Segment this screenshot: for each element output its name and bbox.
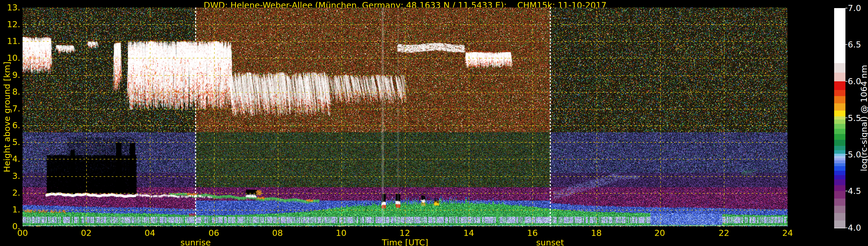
y-tick-3: 3.: [1, 172, 20, 180]
colorbar-tickmark: [845, 154, 847, 155]
y-tick-5: 5.: [1, 138, 20, 147]
colorbar-tick-4.5: 4.5: [848, 186, 868, 196]
y-tick-4: 4.: [1, 155, 20, 163]
colorbar-tickmark: [845, 81, 847, 82]
y-tick-2: 2.: [1, 188, 20, 197]
x-tick-22: 22: [712, 228, 736, 238]
x-tick-02: 02: [75, 228, 98, 238]
colorbar-tickmark: [845, 44, 847, 45]
colorbar-tick-6.5: 6.5: [848, 40, 868, 49]
y-tick-7: 7.: [1, 104, 20, 113]
y-tick-6: 6.: [1, 121, 20, 130]
colorbar-label: log(rc-signal) @ 1064 nm: [859, 65, 868, 171]
x-tick-06: 06: [202, 228, 225, 238]
x-tick-14: 14: [457, 228, 480, 238]
x-tick-10: 10: [330, 228, 353, 238]
x-axis-label: Time [UTC]: [376, 238, 434, 246]
y-tick-13: 13.: [1, 3, 20, 12]
x-tick-08: 08: [266, 228, 289, 238]
y-tick-11: 11.: [1, 37, 20, 45]
y-tick-12: 12.: [1, 20, 20, 29]
colorbar-tickmark: [845, 118, 847, 118]
sunrise-label: sunrise: [175, 238, 216, 246]
y-tick-1: 1.: [1, 205, 20, 214]
x-tick-12: 12: [393, 228, 416, 238]
heatmap-canvas: [23, 7, 787, 226]
x-tick-20: 20: [648, 228, 671, 238]
y-tick-10: 10.: [1, 54, 20, 62]
colorbar-tickmark: [845, 191, 847, 191]
x-tick-18: 18: [585, 228, 608, 238]
colorbar-tick-7.0: 7.0: [848, 3, 868, 13]
colorbar-tick-4.0: 4.0: [848, 223, 868, 233]
colorbar-tickmark: [845, 8, 847, 8]
x-tick-24: 24: [776, 228, 799, 238]
colorbar-tickmark: [845, 227, 847, 228]
x-tick-00: 00: [11, 228, 34, 238]
y-tick-9: 9.: [1, 71, 20, 79]
sunset-label: sunset: [530, 238, 570, 246]
colorbar: [834, 8, 845, 228]
y-tick-8: 8.: [1, 87, 20, 96]
x-tick-16: 16: [521, 228, 544, 238]
x-tick-04: 04: [138, 228, 161, 238]
ceilometer-quicklook: DWD: Helene-Weber-Allee (München, German…: [0, 0, 868, 246]
